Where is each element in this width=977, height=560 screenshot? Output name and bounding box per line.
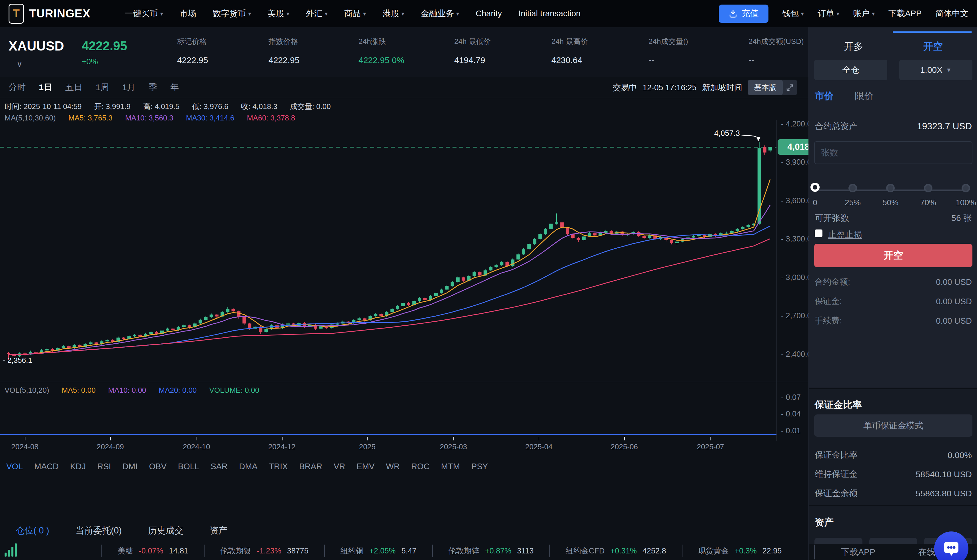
nav-item-Initial transaction[interactable]: Initial transaction	[519, 9, 581, 18]
symbol-name[interactable]: XAUUSD	[8, 38, 64, 54]
section-divider	[809, 388, 977, 389]
indicator-tab-trix[interactable]: TRIX	[269, 462, 288, 471]
ticker-item-伦敦期锌[interactable]: 伦敦期锌+0.87%3113	[448, 546, 534, 556]
fee-row: 保证金:0.00 USD	[815, 296, 972, 307]
period-tab-1周[interactable]: 1周	[96, 82, 109, 93]
indicator-tab-rsi[interactable]: RSI	[97, 462, 111, 471]
symbol-chevron-down-icon[interactable]: ∨	[17, 59, 23, 69]
basic-version-button[interactable]: 基本版	[748, 80, 783, 95]
nav-item-订单[interactable]: 订单▾	[818, 8, 839, 19]
total-assets-value: 19323.7 USD	[917, 121, 972, 132]
margin-value: 58540.10 USD	[915, 470, 972, 479]
ticker-separator	[432, 545, 433, 557]
fee-label: 保证金:	[815, 296, 842, 307]
stat-value: --	[748, 55, 754, 65]
price-axis-separator	[776, 120, 777, 441]
ticker-item-现货黄金[interactable]: 现货黄金+0.3%22.95	[698, 546, 782, 556]
order-type-limit[interactable]: 限价	[855, 90, 873, 102]
candlestick-chart[interactable]	[0, 120, 808, 384]
nav-item-简体中文[interactable]: 简体中文	[935, 8, 969, 19]
open-short-button[interactable]: 开空	[814, 244, 972, 267]
brand-logo-icon[interactable]: T	[8, 4, 24, 24]
tp-sl-checkbox[interactable]	[815, 230, 823, 237]
indicator-tab-obv[interactable]: OBV	[149, 462, 167, 471]
nav-item-金融业务[interactable]: 金融业务▾	[421, 8, 459, 19]
y-axis-label: - 2,400.0	[781, 350, 811, 359]
slider-stop-50%[interactable]	[886, 184, 895, 192]
indicator-tab-mtm[interactable]: MTM	[441, 462, 460, 471]
nav-item-数字货币[interactable]: 数字货币▾	[213, 8, 251, 19]
nav-item-美股[interactable]: 美股▾	[268, 8, 289, 19]
period-tab-1日[interactable]: 1日	[39, 82, 52, 93]
available-value: 56 张	[951, 212, 972, 224]
nav-item-Charity[interactable]: Charity	[476, 9, 502, 18]
margin-row: 保证金余额55863.80 USD	[815, 488, 972, 499]
single-margin-mode-button[interactable]: 单币保证金模式	[814, 415, 972, 437]
period-tab-季[interactable]: 季	[149, 82, 157, 93]
brand-name[interactable]: TURINGEX	[29, 7, 90, 20]
slider-stop-25%[interactable]	[848, 184, 857, 192]
mini-bars-icon[interactable]	[5, 542, 17, 557]
chevron-down-icon: ▾	[248, 10, 251, 17]
tp-sl-label[interactable]: 止盈止损	[828, 229, 862, 241]
nav-item-label: 下载APP	[888, 8, 922, 19]
indicator-tab-kdj[interactable]: KDJ	[70, 462, 86, 471]
ticker-name: 美糖	[118, 546, 133, 556]
nav-item-一键买币[interactable]: 一键买币▾	[125, 8, 163, 19]
indicator-tab-sar[interactable]: SAR	[211, 462, 228, 471]
period-tab-分时[interactable]: 分时	[8, 82, 26, 93]
bottom-tab[interactable]: 历史成交	[148, 525, 183, 537]
period-tab-1月[interactable]: 1月	[122, 82, 136, 93]
indicator-tab-psy[interactable]: PSY	[471, 462, 488, 471]
slider-stop-0[interactable]	[810, 183, 820, 192]
stat-label: 24h成交额(USD)	[748, 37, 804, 47]
period-tab-五日[interactable]: 五日	[65, 82, 82, 93]
download-icon	[728, 9, 738, 18]
x-axis-label: 2024-10	[183, 442, 210, 451]
fee-value: 0.00 USD	[936, 316, 972, 326]
nav-item-账户[interactable]: 账户▾	[853, 8, 875, 19]
indicator-tab-dma[interactable]: DMA	[239, 462, 258, 471]
indicator-tab-vr[interactable]: VR	[334, 462, 345, 471]
slider-stop-70%[interactable]	[924, 184, 932, 192]
ticker-item-美糖[interactable]: 美糖-0.07%14.81	[118, 546, 188, 556]
nav-item-钱包[interactable]: 钱包▾	[782, 8, 804, 19]
ticker-item-纽约铜[interactable]: 纽约铜+2.05%5.47	[341, 546, 417, 556]
ticker-item-纽约金CFD[interactable]: 纽约金CFD+0.31%4252.8	[565, 546, 666, 556]
tab-open-long[interactable]: 开多	[814, 40, 893, 53]
indicator-tab-dmi[interactable]: DMI	[122, 462, 138, 471]
bottom-tab[interactable]: 仓位( 0 )	[16, 525, 49, 537]
ticker-item-伦敦期银[interactable]: 伦敦期银-1.23%38775	[220, 546, 308, 556]
nav-item-港股[interactable]: 港股▾	[383, 8, 404, 19]
indicator-tab-vol[interactable]: VOL	[6, 462, 23, 471]
tab-open-short[interactable]: 开空	[893, 40, 972, 53]
chevron-down-icon: ▾	[836, 10, 839, 17]
fullscreen-icon[interactable]	[783, 82, 797, 93]
vol-item: VOLUME: 0.00	[209, 386, 259, 395]
period-tab-年[interactable]: 年	[170, 82, 179, 93]
indicator-tab-wr[interactable]: WR	[386, 462, 400, 471]
leverage-button[interactable]: 1.00X ▼	[899, 60, 972, 80]
bottom-tab[interactable]: 当前委托(0)	[75, 525, 122, 537]
slider-label: 25%	[845, 198, 861, 207]
indicator-tab-boll[interactable]: BOLL	[178, 462, 199, 471]
slider-stop-100%[interactable]	[962, 184, 970, 192]
ticker-name: 伦敦期银	[220, 546, 251, 556]
nav-item-商品[interactable]: 商品▾	[344, 8, 366, 19]
order-type-market[interactable]: 市价	[815, 90, 833, 102]
indicator-tab-roc[interactable]: ROC	[411, 462, 429, 471]
indicator-tab-emv[interactable]: EMV	[356, 462, 375, 471]
indicator-tab-macd[interactable]: MACD	[34, 462, 59, 471]
recharge-button[interactable]: 充值	[719, 5, 768, 23]
nav-item-市场[interactable]: 市场	[180, 8, 196, 19]
nav-item-外汇[interactable]: 外汇▾	[306, 8, 328, 19]
footer-divider	[814, 545, 815, 560]
bottom-tab[interactable]: 资产	[210, 525, 228, 537]
indicator-tab-brar[interactable]: BRAR	[299, 462, 322, 471]
margin-mode-button[interactable]: 全仓	[814, 60, 887, 80]
total-assets-label: 合约总资产	[815, 120, 858, 132]
footer-download-app[interactable]: 下载APP	[841, 546, 875, 558]
chat-support-icon[interactable]	[934, 532, 969, 560]
quantity-input[interactable]	[814, 141, 972, 164]
nav-item-下载APP[interactable]: 下载APP	[888, 8, 922, 19]
